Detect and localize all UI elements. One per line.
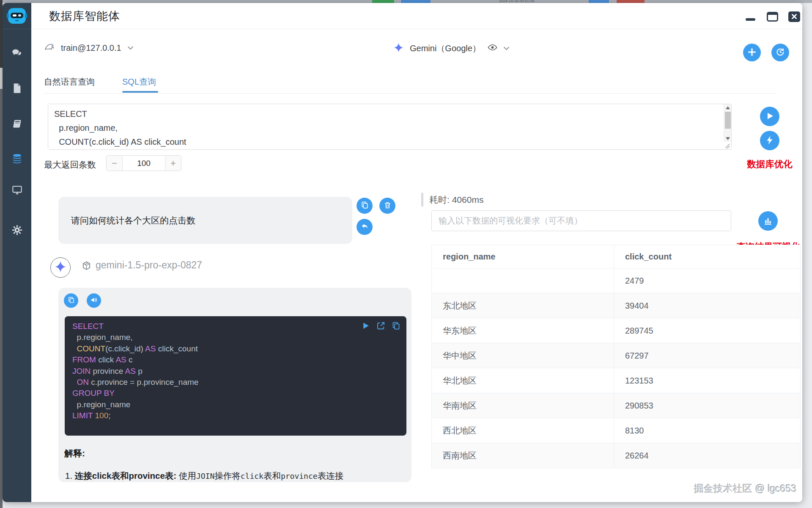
resend-message-button[interactable] — [357, 219, 373, 235]
elapsed-quote-bar — [421, 193, 423, 207]
visualize-button[interactable] — [758, 211, 778, 231]
table-row: 华中地区67297 — [432, 343, 801, 368]
tab-divider — [44, 93, 777, 94]
gear-icon — [11, 224, 23, 237]
titlebar: 数据库智能体 — [31, 3, 802, 29]
tab-natural-language-query[interactable]: 自然语言查询 — [44, 76, 95, 88]
copy-icon — [392, 325, 401, 331]
model-cube-icon — [82, 261, 91, 271]
scrollbar-thumb[interactable] — [725, 112, 731, 129]
close-button[interactable] — [788, 11, 800, 22]
chat-icon — [11, 47, 23, 60]
scroll-down-arrow[interactable] — [724, 135, 732, 142]
table-cell: 西南地区 — [432, 443, 614, 468]
table-cell: 2479 — [614, 268, 801, 293]
lightning-icon — [765, 135, 774, 146]
history-button[interactable] — [771, 44, 789, 61]
decrement-button[interactable]: − — [107, 156, 123, 171]
sidebar-item-documents[interactable] — [3, 80, 31, 98]
elapsed-time: 耗时: 4060ms — [429, 193, 483, 207]
chevron-down-icon — [497, 44, 510, 52]
table-row: 西南地区26264 — [432, 443, 801, 468]
history-icon — [776, 47, 785, 58]
watermark: 掘金技术社区 @ lgc653 — [694, 482, 796, 495]
maximize-button[interactable] — [767, 12, 778, 22]
run-sql-button[interactable] — [760, 107, 779, 126]
robot-logo-icon — [7, 6, 27, 26]
code-open-button[interactable] — [376, 321, 385, 331]
delete-message-button[interactable] — [379, 198, 395, 214]
table-cell: 290853 — [614, 393, 801, 418]
annotation-db-optimize: 数据库优化 — [727, 158, 802, 170]
code-run-button[interactable] — [361, 321, 370, 331]
sidebar-item-monitor[interactable] — [3, 181, 31, 200]
gemini-sparkle-icon — [54, 260, 67, 275]
table-cell: 华北地区 — [432, 368, 614, 393]
table-cell: 26264 — [614, 443, 801, 468]
plus-icon — [747, 47, 757, 58]
active-tab-underline — [122, 91, 158, 93]
sidebar-item-settings[interactable] — [3, 221, 31, 240]
new-session-button[interactable] — [743, 44, 761, 61]
resize-grip[interactable] — [724, 143, 730, 149]
table-row: 华东地区289745 — [432, 318, 801, 343]
table-row: 东北地区39404 — [432, 293, 801, 318]
chevron-down-icon — [121, 44, 134, 52]
copy-icon — [361, 201, 369, 210]
editor-scrollbar[interactable] — [724, 104, 731, 142]
sidebar-item-chat[interactable] — [3, 44, 31, 63]
mysql-dolphin-icon — [44, 41, 61, 55]
max-rows-stepper: − + — [106, 155, 181, 171]
main-panel: 数据库智能体 train@127.0.0.1 Gemini（Google） 自然… — [31, 3, 802, 502]
model-name-label: gemini-1.5-pro-exp-0827 — [96, 260, 202, 271]
assistant-message-bubble: SELECT p.region_name, COUNT(c.click_id) … — [58, 288, 411, 482]
sidebar-divider — [3, 29, 31, 29]
explain-list-item: 1. 连接click表和province表: 使用JOIN操作将click表和p… — [65, 469, 403, 482]
read-aloud-button[interactable] — [87, 293, 101, 308]
visualization-request-input[interactable] — [431, 210, 731, 231]
max-rows-label: 最大返回条数 — [44, 159, 96, 171]
increment-button[interactable]: + — [165, 156, 181, 171]
table-row: 华南地区290853 — [432, 393, 801, 418]
model-selector[interactable]: Gemini（Google） — [393, 42, 510, 55]
table-cell: 39404 — [614, 293, 801, 318]
table-cell: 8130 — [614, 418, 801, 443]
close-icon — [791, 14, 797, 21]
max-rows-input[interactable] — [123, 156, 165, 171]
code-copy-button[interactable] — [392, 321, 401, 331]
copy-message-button[interactable] — [357, 198, 373, 214]
background-chip — [401, 0, 431, 3]
sql-editor-input[interactable]: SELECT p.region_name, COUNT(c.click_id) … — [48, 104, 723, 149]
minimize-button[interactable] — [746, 18, 755, 21]
app-window: 数据库智能体 train@127.0.0.1 Gemini（Google） 自然… — [3, 3, 802, 502]
optimize-button[interactable] — [760, 131, 779, 150]
speaker-icon — [91, 296, 98, 305]
background-chip — [589, 0, 609, 3]
eye-icon[interactable] — [481, 44, 497, 52]
connection-selector[interactable]: train@127.0.0.1 — [44, 41, 134, 55]
tab-sql-query[interactable]: SQL查询 — [122, 76, 156, 88]
model-label: Gemini（Google） — [410, 43, 481, 54]
copy-response-button[interactable] — [64, 293, 78, 308]
bar-chart-icon — [763, 216, 773, 226]
sidebar-item-knowledge[interactable] — [3, 115, 31, 134]
table-cell: 华东地区 — [432, 318, 614, 343]
table-row: 2479 — [432, 268, 801, 293]
sql-code: SELECT p.region_name, COUNT(c.click_id) … — [72, 321, 198, 422]
background-timestamp: 2024-10-26 00:51:00 — [499, 0, 535, 3]
table-cell: 华南地区 — [432, 393, 614, 418]
assistant-avatar — [50, 257, 71, 278]
sidebar-item-database[interactable] — [3, 150, 31, 169]
scroll-up-arrow[interactable] — [724, 104, 732, 111]
document-icon — [11, 83, 23, 95]
table-cell: 西北地区 — [432, 418, 614, 443]
external-link-icon — [376, 325, 385, 331]
connection-label: train@127.0.0.1 — [61, 43, 121, 53]
page-title: 数据库智能体 — [49, 3, 120, 29]
table-row: 华北地区123153 — [432, 368, 801, 393]
column-header-region-name: region_name — [432, 245, 614, 268]
gemini-sparkle-icon — [393, 42, 410, 55]
sql-code-block: SELECT p.region_name, COUNT(c.click_id) … — [65, 316, 406, 436]
explain-heading: 解释: — [64, 447, 85, 459]
user-message-text: 请问如何统计各个大区的点击数 — [71, 215, 195, 226]
